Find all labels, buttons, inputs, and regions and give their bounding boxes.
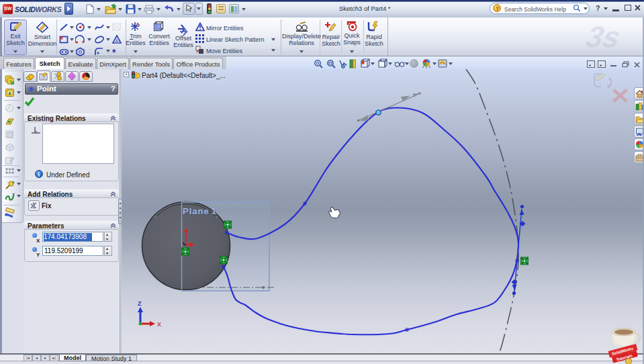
svg-text:X: X	[157, 321, 161, 328]
svg-text:Z: Z	[138, 300, 142, 307]
